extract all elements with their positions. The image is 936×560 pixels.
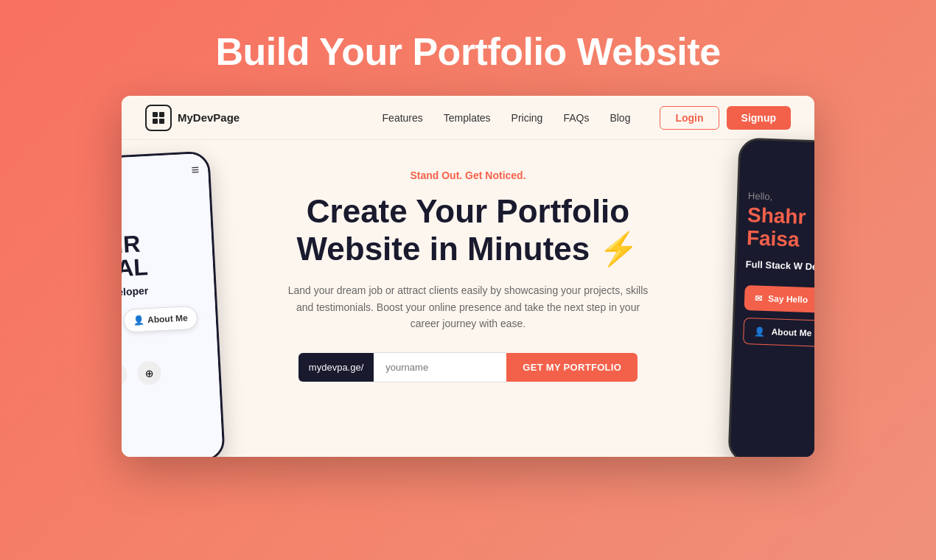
url-prefix: mydevpa.ge/ [298, 353, 374, 382]
svg-rect-0 [153, 112, 158, 117]
username-input[interactable] [374, 352, 506, 382]
hero-tagline: Stand Out. Get Noticed. [210, 169, 726, 181]
get-portfolio-button[interactable]: GET MY PORTFOLIO [506, 353, 638, 382]
phone-right-name: Shahr Faisa [746, 204, 814, 253]
cta-row: mydevpa.ge/ GET MY PORTFOLIO [210, 352, 726, 382]
svg-rect-1 [159, 112, 164, 117]
phone-about-me-button[interactable]: 👤 About Me [743, 318, 814, 349]
person-icon-right: 👤 [754, 326, 765, 337]
browser-window: ≡ Y, I'M AHMIR FAISAL k Web Developer He… [122, 96, 814, 457]
svg-rect-3 [159, 119, 164, 124]
phone-mockup-right: 🐦 in Hello, Shahr Faisa Full Stack W Dev… [727, 138, 814, 457]
hero-title: Create Your Portfolio Website in Minutes… [210, 193, 726, 267]
phone-say-hello-button[interactable]: ✉ Say Hello [744, 286, 814, 315]
login-button[interactable]: Login [660, 106, 719, 130]
logo-icon [145, 105, 172, 131]
nav-buttons: Login Signup [660, 106, 791, 130]
page-title: Build Your Portfolio Website [215, 29, 720, 74]
nav-features[interactable]: Features [383, 112, 423, 124]
envelope-icon: ✉ [755, 293, 762, 304]
navbar: MyDevPage Features Templates Pricing FAQ… [122, 96, 814, 140]
nav-links: Features Templates Pricing FAQs Blog [383, 111, 631, 125]
svg-rect-2 [153, 119, 158, 124]
nav-blog[interactable]: Blog [610, 112, 630, 124]
hero-description: Land your dream job or attract clients e… [284, 282, 652, 332]
logo-text: MyDevPage [178, 111, 240, 124]
nav-pricing[interactable]: Pricing [511, 112, 543, 124]
signup-button[interactable]: Signup [727, 106, 791, 130]
logo-area: MyDevPage [145, 105, 240, 131]
nav-faqs[interactable]: FAQs [563, 112, 589, 124]
nav-templates[interactable]: Templates [444, 112, 491, 124]
hero-section: Stand Out. Get Noticed. Create Your Port… [122, 140, 814, 405]
phone-right-role: Full Stack W Developer [745, 259, 814, 276]
